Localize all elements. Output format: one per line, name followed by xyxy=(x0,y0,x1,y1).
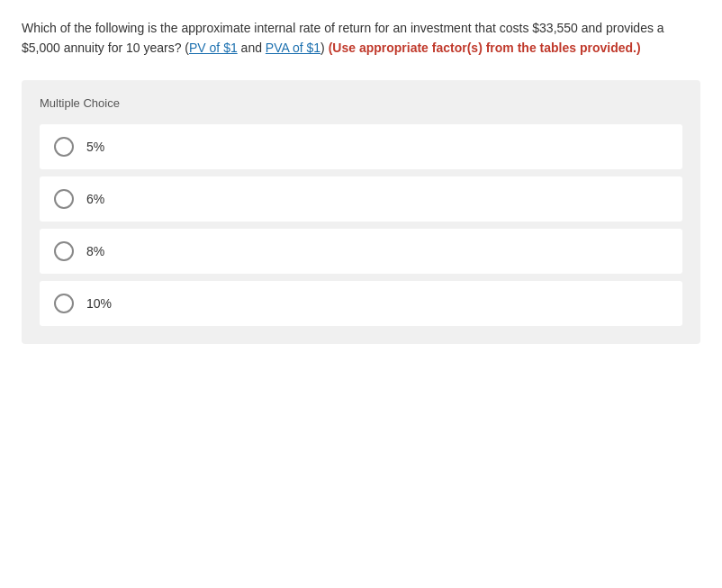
option-item-5pct[interactable]: 5% xyxy=(40,124,682,169)
radio-circle-10pct[interactable] xyxy=(54,294,74,313)
radio-circle-5pct[interactable] xyxy=(54,137,74,157)
question-container: Which of the following is the approximat… xyxy=(22,18,700,344)
pv-of-1-link[interactable]: PV of $1 xyxy=(189,41,238,55)
bold-instruction: (Use appropriate factor(s) from the tabl… xyxy=(329,41,641,55)
option-label-8pct: 8% xyxy=(86,242,104,261)
radio-circle-6pct[interactable] xyxy=(54,189,74,209)
multiple-choice-container: Multiple Choice 5% 6% 8% 10% xyxy=(22,80,700,345)
option-item-10pct[interactable]: 10% xyxy=(40,281,682,326)
option-label-5pct: 5% xyxy=(86,138,104,157)
option-label-6pct: 6% xyxy=(86,190,104,209)
option-item-8pct[interactable]: 8% xyxy=(40,229,682,274)
multiple-choice-label: Multiple Choice xyxy=(40,95,682,113)
options-list: 5% 6% 8% 10% xyxy=(40,124,682,326)
radio-circle-8pct[interactable] xyxy=(54,241,74,261)
option-label-10pct: 10% xyxy=(86,294,112,313)
option-item-6pct[interactable]: 6% xyxy=(40,176,682,222)
question-text: Which of the following is the approximat… xyxy=(22,18,700,59)
pva-of-1-link[interactable]: PVA of $1 xyxy=(266,41,320,55)
